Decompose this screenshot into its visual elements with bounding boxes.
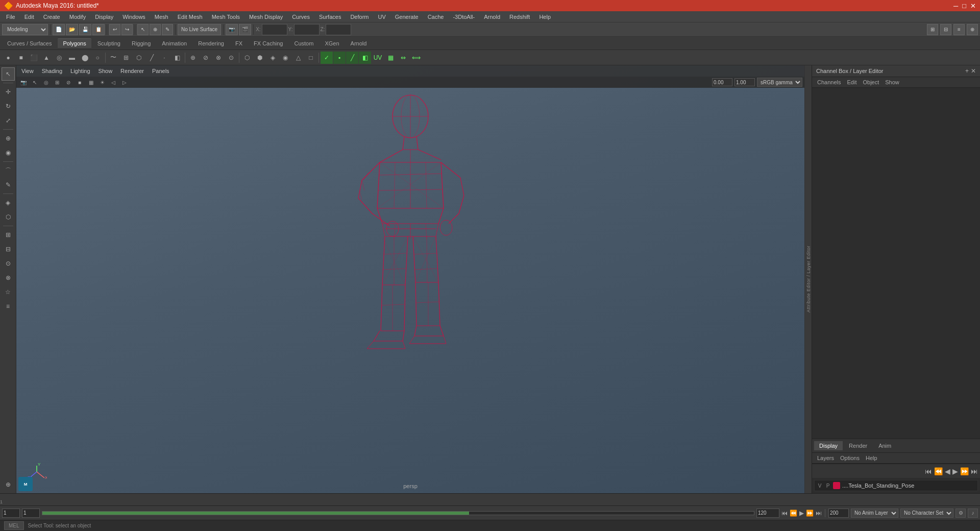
- close-button[interactable]: ✕: [970, 2, 976, 10]
- tab-rendering[interactable]: Rendering: [193, 39, 229, 48]
- icon-disk[interactable]: ⬤: [79, 52, 91, 64]
- x-input[interactable]: [262, 24, 287, 35]
- icon-bridge[interactable]: ⊗: [212, 52, 225, 64]
- vp-prev-btn[interactable]: ◁: [108, 78, 118, 87]
- tab-animation[interactable]: Animation: [157, 39, 192, 48]
- bottom-next[interactable]: ⏩: [806, 510, 814, 517]
- vp-menu-panels[interactable]: Panels: [149, 67, 173, 75]
- bc-settings-btn[interactable]: ⚙: [955, 509, 966, 518]
- vp-menu-shading[interactable]: Shading: [39, 67, 65, 75]
- icon-boolean[interactable]: ◈: [266, 52, 279, 64]
- char-set-dropdown[interactable]: No Character Set: [900, 509, 953, 518]
- play-back-btn[interactable]: ◀: [945, 467, 950, 475]
- tab-polygons[interactable]: Polygons: [58, 38, 91, 48]
- display-tab-display[interactable]: Display: [814, 441, 843, 450]
- icon-plane[interactable]: ▬: [66, 52, 78, 64]
- tab-fx-caching[interactable]: FX Caching: [249, 39, 288, 48]
- icon-bevel[interactable]: ⊘: [200, 52, 212, 64]
- soft-select[interactable]: ◉: [2, 146, 15, 159]
- icon-mesh[interactable]: ⊞: [120, 52, 132, 64]
- scale-tool[interactable]: ⤢: [2, 114, 15, 127]
- cb-expand-btn[interactable]: +: [965, 67, 969, 75]
- save-file-btn[interactable]: 💾: [79, 24, 91, 35]
- bottom-play[interactable]: ▶: [799, 510, 804, 517]
- tab-xgen[interactable]: XGen: [320, 39, 344, 48]
- tab-sculpting[interactable]: Sculpting: [92, 39, 126, 48]
- bc-audio-btn[interactable]: ♪: [968, 509, 978, 518]
- save-as-btn[interactable]: 📋: [92, 24, 105, 35]
- vp-gamma-dropdown[interactable]: sRGB gamma: [757, 78, 802, 87]
- menu-item-mesh[interactable]: Mesh: [151, 13, 173, 21]
- render-btn[interactable]: 🎬: [239, 24, 251, 35]
- vp-wire-btn[interactable]: ⊘: [63, 78, 74, 87]
- icon-combine[interactable]: ⬡: [241, 52, 253, 64]
- vp-frame-btn[interactable]: ⊞: [52, 78, 62, 87]
- icon-quad[interactable]: □: [305, 52, 317, 64]
- menu-item-surfaces[interactable]: Surfaces: [315, 13, 345, 21]
- menu-item-arnold[interactable]: Arnold: [480, 13, 504, 21]
- ipr-render[interactable]: ⊙: [2, 257, 15, 270]
- bottom-tool[interactable]: ⊕: [2, 478, 15, 491]
- icon-vertex-green[interactable]: ▪: [333, 52, 346, 64]
- icon-uv[interactable]: UV: [372, 52, 384, 64]
- menu-item-edit[interactable]: Edit: [20, 13, 38, 21]
- vp-solid-btn[interactable]: ■: [75, 78, 85, 87]
- render-settings[interactable]: ⊗: [2, 271, 15, 284]
- cb-object-menu[interactable]: Object: [861, 79, 881, 86]
- tab-custom[interactable]: Custom: [289, 39, 319, 48]
- timeline-progress[interactable]: [42, 511, 754, 515]
- top-right-btn-4[interactable]: ⊕: [967, 24, 978, 35]
- tab-rigging[interactable]: Rigging: [127, 39, 156, 48]
- open-file-btn[interactable]: 📂: [66, 24, 78, 35]
- icon-smooth[interactable]: ◉: [279, 52, 291, 64]
- vp-texture-btn[interactable]: ▦: [86, 78, 96, 87]
- vp-cam-btn[interactable]: 📷: [18, 78, 29, 87]
- layer-menu-options[interactable]: Options: [838, 454, 862, 462]
- vp-menu-renderer[interactable]: Renderer: [117, 67, 147, 75]
- measure-tool[interactable]: ⬡: [2, 210, 15, 224]
- lasso-tool[interactable]: ⌒: [2, 164, 15, 177]
- menu-item-windows[interactable]: Windows: [118, 13, 150, 21]
- next-frame-btn[interactable]: ⏩: [960, 467, 969, 475]
- icon-torus[interactable]: ◎: [53, 52, 65, 64]
- menu-item-create[interactable]: Create: [39, 13, 64, 21]
- icon-ring[interactable]: ○: [91, 52, 104, 64]
- icon-cylinder[interactable]: ⬛: [28, 52, 40, 64]
- new-file-btn[interactable]: 📄: [53, 24, 65, 35]
- range-end-input[interactable]: [756, 509, 779, 518]
- icon-checker[interactable]: ▦: [384, 52, 397, 64]
- display-tab-anim[interactable]: Anim: [873, 441, 896, 450]
- vp-val2-input[interactable]: [734, 78, 755, 86]
- menu-item-deform[interactable]: Deform: [346, 13, 373, 21]
- bottom-skip-end[interactable]: ⏭: [816, 510, 822, 517]
- menu-item-edit-mesh[interactable]: Edit Mesh: [174, 13, 207, 21]
- cb-channels-menu[interactable]: Channels: [815, 79, 843, 86]
- icon-edge[interactable]: ╱: [145, 52, 158, 64]
- z-input[interactable]: [326, 24, 351, 35]
- menu-item-mesh-tools[interactable]: Mesh Tools: [208, 13, 244, 21]
- lasso-tool-btn[interactable]: ⊕: [150, 24, 161, 35]
- fx-tool[interactable]: ☆: [2, 285, 15, 299]
- menu-item-modify[interactable]: Modify: [65, 13, 90, 21]
- timeline-area[interactable]: 1: [0, 493, 980, 505]
- icon-merge[interactable]: ⊙: [225, 52, 237, 64]
- rotate-tool[interactable]: ↻: [2, 100, 15, 113]
- vp-menu-show[interactable]: Show: [95, 67, 116, 75]
- y-input[interactable]: [294, 24, 320, 35]
- vp-isolate-btn[interactable]: ◎: [41, 78, 51, 87]
- max-time-input[interactable]: [828, 509, 849, 518]
- vp-menu-lighting[interactable]: Lighting: [67, 67, 93, 75]
- move-tool[interactable]: ✛: [2, 85, 15, 99]
- menu-item-cache[interactable]: Cache: [424, 13, 448, 21]
- no-live-surface-btn[interactable]: No Live Surface: [178, 24, 221, 35]
- icon-cube[interactable]: ■: [15, 52, 27, 64]
- tab-fx[interactable]: FX: [230, 39, 248, 48]
- paint-tool-btn[interactable]: ✎: [162, 24, 173, 35]
- maximize-button[interactable]: □: [962, 2, 966, 10]
- workspace-dropdown[interactable]: Modeling: [2, 24, 48, 35]
- icon-sphere[interactable]: ●: [2, 52, 14, 64]
- top-right-btn-2[interactable]: ⊟: [940, 24, 951, 35]
- bottom-skip-start[interactable]: ⏮: [781, 510, 788, 517]
- display-tab-render[interactable]: Render: [844, 441, 872, 450]
- menu-item-curves[interactable]: Curves: [288, 13, 314, 21]
